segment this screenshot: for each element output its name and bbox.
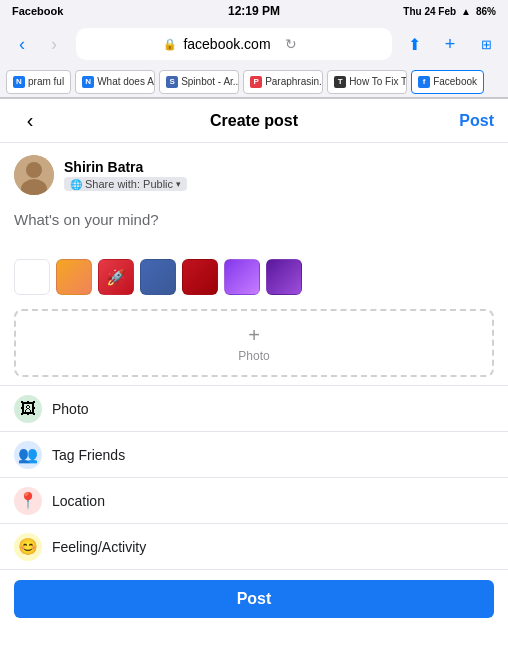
user-name: Shirin Batra bbox=[64, 159, 187, 175]
back-nav-button[interactable]: ‹ bbox=[8, 30, 36, 58]
bg-rocket[interactable]: 🚀 bbox=[98, 259, 134, 295]
share-with-label: Share with: Public bbox=[85, 178, 173, 190]
tabs-bar: N pram ful N What does A... S Spinbot - … bbox=[0, 66, 508, 98]
page-title: Create post bbox=[14, 112, 494, 130]
status-right: Thu 24 Feb ▲ 86% bbox=[403, 6, 496, 17]
bg-white[interactable] bbox=[14, 259, 50, 295]
tab-paraphrase-label: Paraphrasin... bbox=[265, 76, 323, 87]
location-label: Location bbox=[52, 493, 105, 509]
tab-facebook[interactable]: f Facebook bbox=[411, 70, 484, 94]
photo-add-label: Photo bbox=[238, 349, 269, 363]
post-link-button[interactable]: Post bbox=[459, 112, 494, 130]
feeling-label: Feeling/Activity bbox=[52, 539, 146, 555]
status-time: 12:19 PM bbox=[228, 4, 280, 18]
photo-label: Photo bbox=[52, 401, 89, 417]
photo-icon-container: 🖼 bbox=[14, 395, 42, 423]
tag-friends-label: Tag Friends bbox=[52, 447, 125, 463]
tab-favicon-spinbot: S bbox=[166, 76, 178, 88]
tab-paraphrase[interactable]: P Paraphrasin... bbox=[243, 70, 323, 94]
tab-pram[interactable]: N pram ful bbox=[6, 70, 71, 94]
tab-spinbot-label: Spinbot - Ar... bbox=[181, 76, 239, 87]
tab-whatdoes[interactable]: N What does A... bbox=[75, 70, 155, 94]
user-details: Shirin Batra 🌐 Share with: Public ▾ bbox=[64, 159, 187, 191]
svg-point-1 bbox=[26, 162, 42, 178]
plus-icon: + bbox=[248, 324, 260, 347]
action-feeling[interactable]: 😊 Feeling/Activity bbox=[0, 524, 508, 570]
photo-add-section[interactable]: + Photo bbox=[14, 309, 494, 377]
browser-toolbar: ‹ › 🔒 facebook.com ↻ ⬆ + ⊞ bbox=[0, 22, 508, 66]
tab-favicon-howto: T bbox=[334, 76, 346, 88]
action-tag-friends[interactable]: 👥 Tag Friends bbox=[0, 432, 508, 478]
post-button[interactable]: Post bbox=[14, 580, 494, 618]
bg-blue[interactable] bbox=[140, 259, 176, 295]
tag-friends-icon: 👥 bbox=[18, 445, 38, 464]
action-location[interactable]: 📍 Location bbox=[0, 478, 508, 524]
status-left: Facebook bbox=[12, 5, 63, 17]
photo-icon: 🖼 bbox=[20, 400, 36, 418]
tab-howto[interactable]: T How To Fix T... bbox=[327, 70, 407, 94]
tag-friends-icon-container: 👥 bbox=[14, 441, 42, 469]
bg-orange[interactable] bbox=[56, 259, 92, 295]
tab-favicon-whatdoes: N bbox=[82, 76, 94, 88]
location-icon: 📍 bbox=[18, 491, 38, 510]
bg-options: 🚀 bbox=[0, 253, 508, 305]
tab-favicon-para: P bbox=[250, 76, 262, 88]
tab-facebook-label: Facebook bbox=[433, 76, 477, 87]
tab-favicon-pram: N bbox=[13, 76, 25, 88]
carrier-label: Facebook bbox=[12, 5, 63, 17]
tab-pram-label: pram ful bbox=[28, 76, 64, 87]
nav-buttons: ‹ › bbox=[8, 30, 68, 58]
tabs-button[interactable]: ⊞ bbox=[472, 30, 500, 58]
add-tab-button[interactable]: + bbox=[436, 30, 464, 58]
address-bar[interactable]: 🔒 facebook.com ↻ bbox=[76, 28, 392, 60]
post-text-area[interactable]: What's on your mind? bbox=[0, 203, 508, 253]
location-icon-container: 📍 bbox=[14, 487, 42, 515]
share-with-button[interactable]: 🌐 Share with: Public ▾ bbox=[64, 177, 187, 191]
forward-nav-button[interactable]: › bbox=[40, 30, 68, 58]
post-btn-container: Post bbox=[0, 570, 508, 628]
feeling-icon: 😊 bbox=[18, 537, 38, 556]
globe-icon: 🌐 bbox=[70, 179, 82, 190]
date-label: Thu 24 Feb bbox=[403, 6, 456, 17]
bg-purple[interactable] bbox=[224, 259, 260, 295]
rocket-emoji: 🚀 bbox=[106, 268, 126, 287]
share-button[interactable]: ⬆ bbox=[400, 30, 428, 58]
tab-howto-label: How To Fix T... bbox=[349, 76, 407, 87]
lock-icon: 🔒 bbox=[163, 38, 177, 51]
bg-red[interactable] bbox=[182, 259, 218, 295]
post-placeholder: What's on your mind? bbox=[14, 211, 159, 228]
reload-icon: ↻ bbox=[277, 30, 305, 58]
tab-spinbot[interactable]: S Spinbot - Ar... bbox=[159, 70, 239, 94]
feeling-icon-container: 😊 bbox=[14, 533, 42, 561]
tab-favicon-facebook: f bbox=[418, 76, 430, 88]
browser-chrome: ‹ › 🔒 facebook.com ↻ ⬆ + ⊞ N pram ful N … bbox=[0, 22, 508, 99]
battery-label: 86% bbox=[476, 6, 496, 17]
action-photo[interactable]: 🖼 Photo bbox=[0, 386, 508, 432]
caret-down-icon: ▾ bbox=[176, 179, 181, 189]
avatar bbox=[14, 155, 54, 195]
app-content: ‹ Create post Post Shirin Batra 🌐 Share … bbox=[0, 99, 508, 652]
create-post-header: ‹ Create post Post bbox=[0, 99, 508, 143]
tab-whatdoes-label: What does A... bbox=[97, 76, 155, 87]
status-bar: Facebook 12:19 PM Thu 24 Feb ▲ 86% bbox=[0, 0, 508, 22]
user-info: Shirin Batra 🌐 Share with: Public ▾ bbox=[0, 143, 508, 203]
bg-dark-purple[interactable] bbox=[266, 259, 302, 295]
address-text: facebook.com bbox=[183, 36, 270, 52]
wifi-icon: ▲ bbox=[461, 6, 471, 17]
